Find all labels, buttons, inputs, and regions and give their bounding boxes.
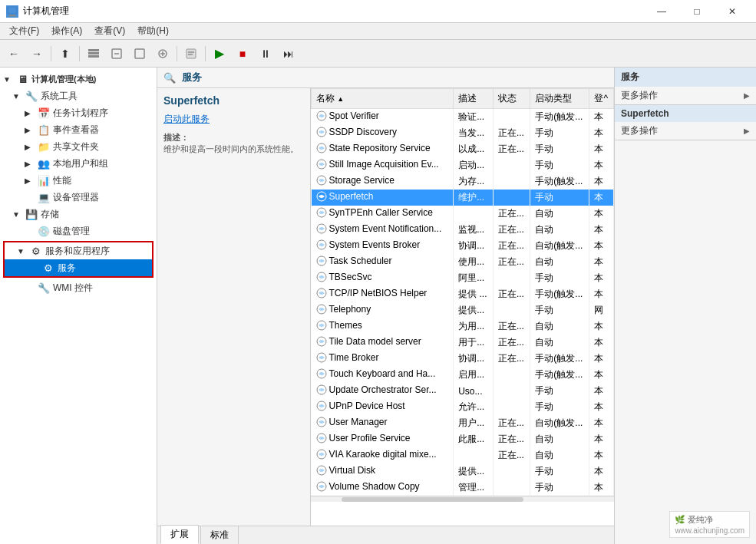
cell-login: 本 (589, 415, 614, 431)
right-section-superfetch: Superfetch 更多操作 ▶ (615, 105, 756, 140)
table-row[interactable]: SSDP Discovery 当发...正在...手动本 (312, 125, 614, 141)
storage-label: 存储 (41, 208, 59, 221)
menu-item-f[interactable]: 文件(F) (3, 23, 45, 39)
table-row[interactable]: User Manager 用户...正在...自动(触发...本 (312, 415, 614, 431)
toolbar-sep-1 (51, 46, 51, 61)
services-table-container[interactable]: 名称 ▲ 描述 状态 启动类型 登^ Spot Verifier 验证...手动… (311, 88, 614, 526)
search-icon: 🔍 (163, 72, 176, 84)
cell-login: 本 (589, 335, 614, 351)
maximize-button[interactable]: □ (679, 0, 715, 23)
cell-login: 本 (589, 367, 614, 383)
table-row[interactable]: UPnP Device Host 允许...手动本 (312, 399, 614, 415)
sidebar-item-event-viewer[interactable]: ▶ 📋 事件查看器 (0, 121, 157, 138)
table-row[interactable]: Task Scheduler 使用...正在...自动本 (312, 254, 614, 270)
table-row[interactable]: User Profile Service 此服...正在...自动本 (312, 431, 614, 447)
tab-standard[interactable]: 标准 (200, 526, 239, 544)
menu-item-a[interactable]: 操作(A) (45, 23, 88, 39)
cell-login: 本 (589, 190, 614, 206)
col-login[interactable]: 登^ (589, 89, 614, 109)
cell-status (493, 157, 530, 173)
sidebar-item-services-apps[interactable]: ▼ ⚙ 服务和应用程序 (5, 242, 152, 259)
table-row[interactable]: Tile Data model server 用于...正在...自动本 (312, 335, 614, 351)
cell-name: Storage Service (312, 173, 454, 190)
col-status[interactable]: 状态 (493, 89, 530, 109)
sidebar-item-services[interactable]: ⚙ 服务 (5, 259, 152, 276)
cell-desc: Uso... (454, 383, 494, 399)
forward-button[interactable]: → (26, 43, 48, 64)
service-description-label: 描述： 维护和提高一段时间内的系统性能。 (163, 132, 304, 156)
start-service-link[interactable]: 启动此服务 (163, 113, 304, 126)
sidebar-item-system-tools[interactable]: ▼ 🔧 系统工具 (0, 87, 157, 104)
stop-button[interactable]: ■ (232, 43, 253, 64)
pause-button[interactable]: ⏸ (255, 43, 276, 64)
table-row[interactable]: Themes 为用...正在...自动本 (312, 318, 614, 335)
horizontal-scrollbar[interactable] (311, 496, 614, 502)
table-row[interactable]: SynTPEnh Caller Service 正在...自动本 (312, 206, 614, 222)
sidebar-item-performance[interactable]: ▶ 📊 性能 (0, 172, 157, 189)
table-row[interactable]: Update Orchestrator Ser... Uso...手动本 (312, 383, 614, 399)
sidebar-item-disk-mgmt[interactable]: 💿 磁盘管理 (0, 223, 157, 239)
cell-status: 正在... (493, 415, 530, 431)
table-row[interactable]: Telephony 提供...手动网 (312, 302, 614, 318)
table-row[interactable]: Storage Service 为存...手动(触发...本 (312, 173, 614, 190)
col-name[interactable]: 名称 ▲ (312, 89, 454, 109)
restart-button[interactable]: ⏭ (278, 43, 299, 64)
table-row[interactable]: TCP/IP NetBIOS Helper 提供 ...正在...手动(触发..… (312, 286, 614, 302)
cell-status: 正在... (493, 206, 530, 222)
wmi-expand (25, 284, 37, 292)
sidebar-item-shared-folders[interactable]: ▶ 📁 共享文件夹 (0, 138, 157, 155)
table-row[interactable]: Time Broker 协调...正在...手动(触发...本 (312, 351, 614, 367)
cell-login: 本 (589, 141, 614, 157)
col-startup[interactable]: 启动类型 (530, 89, 589, 109)
table-row[interactable]: State Repository Service 以成...正在...手动本 (312, 141, 614, 157)
right-more-actions-2[interactable]: 更多操作 ▶ (615, 122, 756, 140)
minimize-button[interactable]: — (644, 0, 679, 23)
table-row[interactable]: TBSecSvc 阿里...手动本 (312, 270, 614, 286)
event-label: 事件查看器 (53, 124, 99, 137)
table-row[interactable]: Volume Shadow Copy 管理...手动本 (312, 480, 614, 496)
show-hide-tree-button[interactable] (83, 43, 104, 64)
table-row[interactable]: Touch Keyboard and Ha... 启用...手动(触发...本 (312, 367, 614, 383)
cell-login: 本 (589, 222, 614, 238)
menu-item-h[interactable]: 帮助(H) (131, 23, 175, 39)
desc-label: 描述： (163, 133, 189, 142)
cell-login: 本 (589, 399, 614, 415)
table-row[interactable]: Superfetch 维护...手动本 (312, 190, 614, 206)
sidebar-item-wmi[interactable]: 🔧 WMI 控件 (0, 279, 157, 296)
tab-extended[interactable]: 扩展 (160, 525, 199, 544)
sidebar-item-local-users[interactable]: ▶ 👥 本地用户和组 (0, 155, 157, 172)
cell-status: 正在... (493, 447, 530, 463)
table-row[interactable]: VIA Karaoke digital mixe... 正在...自动本 (312, 447, 614, 463)
toolbar-btn-2[interactable] (106, 43, 127, 64)
table-row[interactable]: System Event Notification... 监视...正在...自… (312, 222, 614, 238)
properties-button[interactable] (180, 43, 202, 64)
play-button[interactable]: ▶ (209, 43, 230, 64)
table-row[interactable]: Virtual Disk 提供...手动本 (312, 463, 614, 480)
root-expand: ▼ (3, 75, 15, 84)
toolbar-btn-4[interactable] (152, 43, 173, 64)
cell-status: 正在... (493, 431, 530, 447)
right-more-actions-1[interactable]: 更多操作 ▶ (615, 87, 756, 104)
sidebar-item-storage[interactable]: ▼ 💾 存储 (0, 206, 157, 223)
sidebar-item-device-manager[interactable]: 💻 设备管理器 (0, 189, 157, 206)
table-row[interactable]: Spot Verifier 验证...手动(触发...本 (312, 109, 614, 126)
cell-status (493, 109, 530, 126)
svg-rect-8 (135, 49, 144, 58)
svc-label: 服务 (58, 262, 76, 275)
sidebar-item-task-scheduler[interactable]: ▶ 📅 任务计划程序 (0, 104, 157, 121)
cell-name: System Event Notification... (312, 222, 454, 238)
table-row[interactable]: Still Image Acquisition Ev... 启动...手动本 (312, 157, 614, 173)
up-button[interactable]: ⬆ (54, 43, 76, 64)
toolbar-btn-3[interactable] (129, 43, 150, 64)
table-row[interactable]: System Events Broker 协调...正在...自动(触发...本 (312, 238, 614, 254)
close-button[interactable]: ✕ (715, 0, 750, 23)
cell-desc (454, 447, 494, 463)
sidebar-root[interactable]: ▼ 🖥 计算机管理(本地) (0, 71, 157, 87)
app-icon (6, 5, 18, 18)
back-button[interactable]: ← (3, 43, 25, 64)
desc-text: 维护和提高一段时间内的系统性能。 (163, 144, 299, 153)
col-desc[interactable]: 描述 (454, 89, 494, 109)
cell-desc: 协调... (454, 351, 494, 367)
menu-item-v[interactable]: 查看(V) (88, 23, 131, 39)
svg-rect-12 (187, 49, 196, 58)
